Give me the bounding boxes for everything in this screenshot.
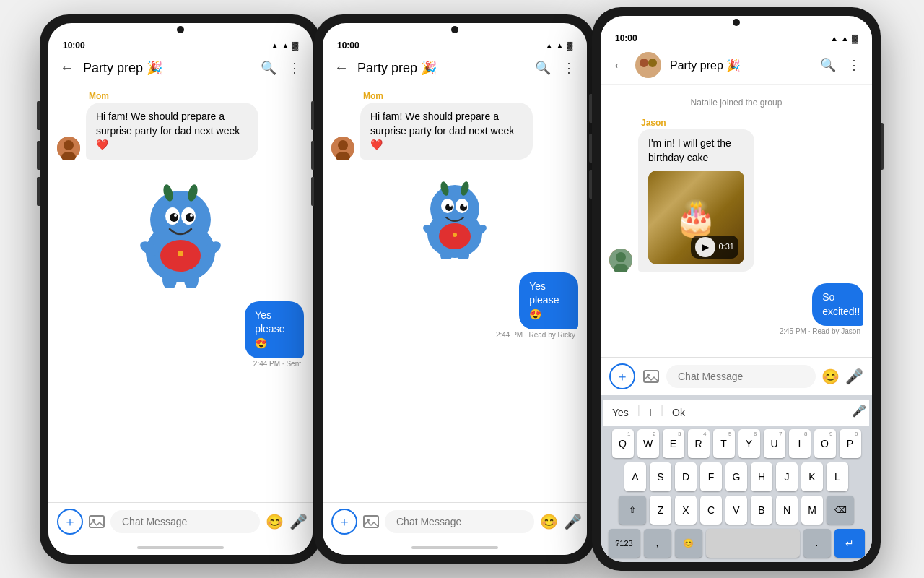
key-x[interactable]: X (675, 496, 697, 525)
mic-button-2[interactable]: 🎤 (564, 513, 582, 530)
key-m[interactable]: M (801, 496, 823, 525)
avatar-mom-2 (331, 137, 354, 160)
system-msg: Natalie joined the group (609, 93, 863, 112)
key-l[interactable]: L (827, 462, 848, 491)
phone-2-screen: 10:00 ▲ ▲ ▓ ← Party prep 🎉 🔍 ⋮ (323, 23, 587, 555)
signal-icon-3: ▲ (830, 34, 838, 43)
play-button[interactable]: ▶ (695, 237, 715, 257)
chat-area-1: Mom Hi fam! We should prepare a sur (48, 82, 313, 502)
key-r[interactable]: 4R (688, 429, 710, 458)
bubble-yes-2: Yes please 😍 (519, 272, 578, 329)
app-header-1: ← Party prep 🎉 🔍 ⋮ (48, 53, 313, 82)
header-icons-2: 🔍 ⋮ (535, 60, 575, 76)
suggest-row: Yes | I | Ok 🎤 (603, 400, 869, 426)
search-icon-3[interactable]: 🔍 (820, 57, 836, 73)
key-f[interactable]: F (700, 462, 722, 491)
key-c[interactable]: C (700, 496, 722, 525)
add-button-2[interactable]: ＋ (331, 509, 357, 535)
key-o[interactable]: 9O (814, 429, 836, 458)
svg-point-9 (170, 213, 178, 222)
add-button-1[interactable]: ＋ (57, 509, 83, 535)
more-icon-1[interactable]: ⋮ (288, 60, 301, 76)
battery-icon-2: ▓ (567, 41, 572, 50)
sticker-2 (331, 165, 578, 267)
status-bar-3: 10:00 ▲ ▲ ▓ (601, 27, 872, 46)
svg-point-46 (616, 252, 626, 262)
key-emoji[interactable]: 😊 (675, 529, 702, 558)
msg-time-1: 2:44 PM · Sent (253, 360, 304, 368)
signal-icon: ▲ (271, 41, 279, 50)
chat-input-2[interactable] (385, 510, 534, 533)
video-duration: ▶ 0:31 (691, 236, 738, 259)
key-t[interactable]: 5T (713, 429, 735, 458)
emoji-button-1[interactable]: 😊 (266, 513, 284, 530)
key-e[interactable]: 3E (663, 429, 684, 458)
back-button-3[interactable]: ← (612, 57, 627, 74)
key-q[interactable]: 1Q (612, 429, 634, 458)
key-u[interactable]: 7U (764, 429, 785, 458)
add-button-3[interactable]: ＋ (609, 363, 635, 389)
back-button-2[interactable]: ← (334, 59, 349, 76)
svg-point-22 (338, 140, 348, 150)
key-backspace[interactable]: ⌫ (827, 496, 854, 525)
emoji-button-3[interactable]: 😊 (821, 368, 840, 385)
more-icon-2[interactable]: ⋮ (562, 60, 575, 76)
key-num-switch[interactable]: ?123 (609, 529, 640, 558)
app-header-3: ← Party prep 🎉 🔍 ⋮ (601, 46, 872, 85)
key-i[interactable]: 8I (789, 429, 811, 458)
key-shift[interactable]: ⇧ (619, 496, 646, 525)
emoji-button-2[interactable]: 😊 (540, 513, 558, 530)
key-s[interactable]: S (650, 462, 671, 491)
bubble-jason: I'm in! I will get the birthday cake ▶ 0… (638, 129, 754, 272)
key-b[interactable]: B (751, 496, 772, 525)
key-g[interactable]: G (725, 462, 747, 491)
key-enter[interactable]: ↵ (834, 529, 865, 558)
mic-button-3[interactable]: 🎤 (845, 368, 863, 385)
time-2: 10:00 (337, 40, 359, 51)
key-j[interactable]: J (776, 462, 798, 491)
bubble-mom-1: Hi fam! We should prepare a surprise par… (86, 103, 258, 160)
key-n[interactable]: N (776, 496, 798, 525)
sender-label-mom-2: Mom (331, 91, 578, 101)
image-button-1[interactable] (89, 510, 105, 533)
chat-input-3[interactable] (666, 365, 816, 388)
svg-point-44 (648, 59, 657, 67)
msg-row-jason: I'm in! I will get the birthday cake ▶ 0… (609, 129, 863, 272)
search-icon-2[interactable]: 🔍 (535, 60, 551, 76)
svg-point-10 (186, 213, 194, 222)
key-y[interactable]: 6Y (738, 429, 760, 458)
chat-input-1[interactable] (110, 510, 260, 533)
wifi-icon: ▲ (282, 41, 289, 50)
msg-row-excited: So excited!! (790, 283, 863, 326)
svg-point-1 (64, 140, 74, 150)
key-k[interactable]: K (801, 462, 823, 491)
svg-point-32 (449, 204, 452, 207)
search-icon-1[interactable]: 🔍 (261, 60, 276, 76)
key-comma[interactable]: , (644, 529, 671, 558)
status-icons-2: ▲ ▲ ▓ (545, 41, 572, 50)
signal-icon-2: ▲ (545, 41, 553, 50)
suggest-i[interactable]: I (640, 404, 661, 421)
image-button-3[interactable] (641, 365, 661, 388)
key-p[interactable]: 0P (840, 429, 861, 458)
key-d[interactable]: D (675, 462, 697, 491)
key-a[interactable]: A (624, 462, 646, 491)
key-z[interactable]: Z (650, 496, 671, 525)
suggest-yes[interactable]: Yes (603, 404, 637, 421)
image-button-2[interactable] (363, 510, 379, 533)
key-period[interactable]: . (803, 529, 831, 558)
mic-suggest[interactable]: 🎤 (852, 404, 869, 421)
key-v[interactable]: V (725, 496, 747, 525)
key-h[interactable]: H (751, 462, 772, 491)
video-thumbnail[interactable]: ▶ 0:31 (648, 171, 744, 264)
avatar-jason (609, 249, 632, 272)
back-button-1[interactable]: ← (60, 59, 74, 76)
more-icon-3[interactable]: ⋮ (847, 57, 860, 73)
phone-1: 10:00 ▲ ▲ ▓ ← Party prep 🎉 🔍 ⋮ (40, 14, 321, 564)
chat-title-1: Party prep 🎉 (83, 60, 252, 76)
key-space[interactable] (706, 529, 800, 558)
mic-button-1[interactable]: 🎤 (289, 513, 308, 530)
suggest-ok[interactable]: Ok (663, 404, 694, 421)
key-w[interactable]: 2W (637, 429, 659, 458)
svg-point-33 (463, 204, 466, 207)
